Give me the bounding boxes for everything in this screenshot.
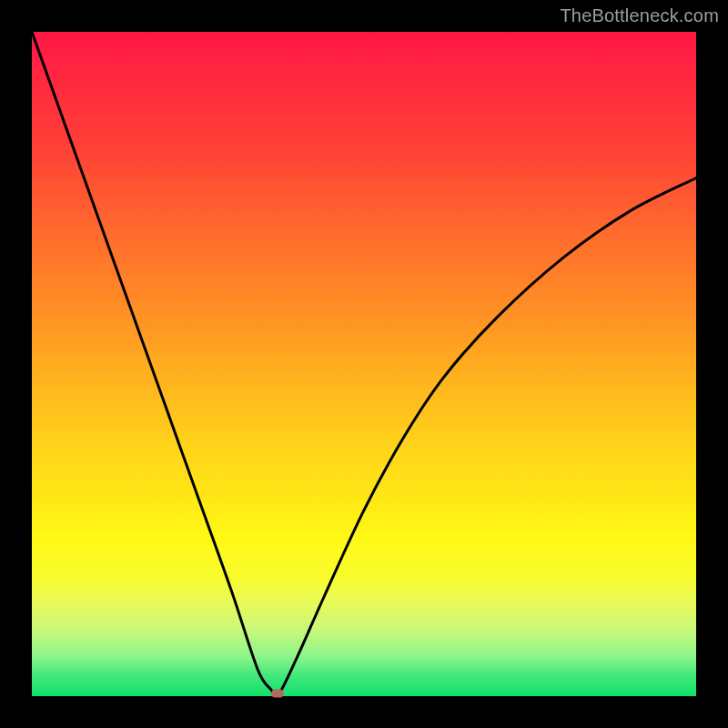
chart-frame: TheBottleneck.com [0,0,728,728]
watermark-text: TheBottleneck.com [560,5,719,26]
plot-area [32,32,696,696]
bottleneck-curve [32,32,696,696]
minimum-marker [271,690,284,698]
